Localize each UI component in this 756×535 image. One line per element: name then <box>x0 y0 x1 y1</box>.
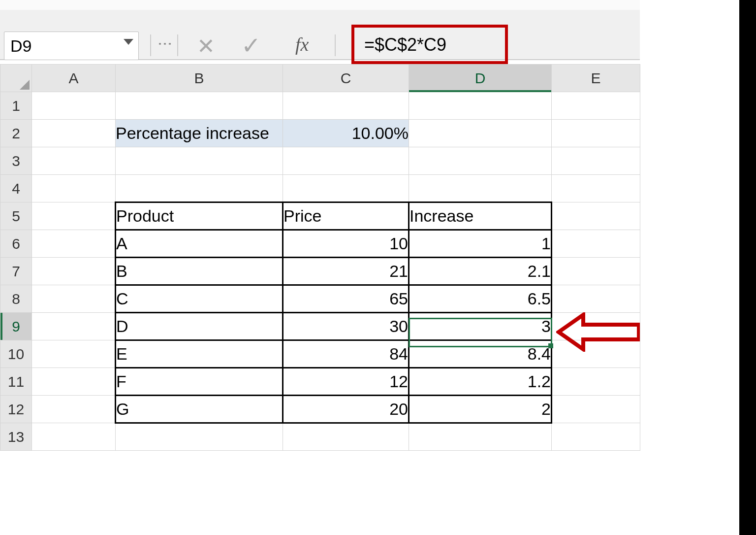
cell-D4[interactable] <box>409 175 552 202</box>
cell-A11[interactable] <box>32 368 116 396</box>
cell-C12[interactable]: 20 <box>283 396 409 423</box>
cell-A13[interactable] <box>32 423 116 451</box>
cell-B8[interactable]: C <box>116 285 283 313</box>
cell-B4[interactable] <box>116 175 283 202</box>
selection-indicator <box>0 313 2 340</box>
divider <box>177 34 178 56</box>
row-header-5[interactable]: 5 <box>0 202 32 230</box>
cell-E13[interactable] <box>552 423 640 451</box>
cell-D6[interactable]: 1 <box>409 230 552 258</box>
cell-C10[interactable]: 84 <box>283 340 409 368</box>
row-header-6[interactable]: 6 <box>0 230 32 258</box>
image-right-border <box>739 0 756 535</box>
name-box[interactable]: D9 <box>4 32 139 60</box>
cell-D10[interactable]: 8.4 <box>409 340 552 368</box>
col-header-label: D <box>475 70 486 86</box>
cell-B6[interactable]: A <box>116 230 283 258</box>
cell-D11[interactable]: 1.2 <box>409 368 552 396</box>
cell-A12[interactable] <box>32 396 116 423</box>
cell-E3[interactable] <box>552 147 640 175</box>
selection-indicator <box>409 90 551 92</box>
cell-D3[interactable] <box>409 147 552 175</box>
cell-C2[interactable]: 10.00% <box>283 120 409 147</box>
cell-D7[interactable]: 2.1 <box>409 258 552 285</box>
row-header-4[interactable]: 4 <box>0 175 32 202</box>
cell-B12[interactable]: G <box>116 396 283 423</box>
cell-E5[interactable] <box>552 202 640 230</box>
cell-A1[interactable] <box>32 92 116 120</box>
row-header-11[interactable]: 11 <box>0 368 32 396</box>
row-header-7[interactable]: 7 <box>0 258 32 285</box>
cell-E4[interactable] <box>552 175 640 202</box>
col-header-E[interactable]: E <box>552 65 640 92</box>
cell-A10[interactable] <box>32 340 116 368</box>
cell-D5[interactable]: Increase <box>409 202 552 230</box>
cell-B2[interactable]: Percentage increase <box>116 120 283 147</box>
row-header-10[interactable]: 10 <box>0 340 32 368</box>
drag-handle-icon[interactable]: ⋮ <box>157 36 174 52</box>
cell-A2[interactable] <box>32 120 116 147</box>
cell-D1[interactable] <box>409 92 552 120</box>
cell-B10[interactable]: E <box>116 340 283 368</box>
select-all-corner[interactable] <box>0 65 32 92</box>
enter-icon[interactable]: ✓ <box>241 32 261 59</box>
annotation-arrow-icon <box>556 312 640 352</box>
cell-A9[interactable] <box>32 313 116 340</box>
row-header-8[interactable]: 8 <box>0 285 32 313</box>
cell-A4[interactable] <box>32 175 116 202</box>
cell-B1[interactable] <box>116 92 283 120</box>
cell-E6[interactable] <box>552 230 640 258</box>
cell-C7[interactable]: 21 <box>283 258 409 285</box>
row-header-12[interactable]: 12 <box>0 396 32 423</box>
cell-E12[interactable] <box>552 396 640 423</box>
cell-B7[interactable]: B <box>116 258 283 285</box>
cell-C5[interactable]: Price <box>283 202 409 230</box>
cell-B3[interactable] <box>116 147 283 175</box>
col-header-D[interactable]: D <box>409 65 552 92</box>
cell-B9[interactable]: D <box>116 313 283 340</box>
row-header-3[interactable]: 3 <box>0 147 32 175</box>
cell-D13[interactable] <box>409 423 552 451</box>
cancel-icon[interactable]: ✕ <box>197 33 215 59</box>
col-header-B[interactable]: B <box>116 65 283 92</box>
cell-B11[interactable]: F <box>116 368 283 396</box>
cell-E8[interactable] <box>552 285 640 313</box>
cell-C9[interactable]: 30 <box>283 313 409 340</box>
cell-D9[interactable]: 3 <box>409 313 552 340</box>
cell-A6[interactable] <box>32 230 116 258</box>
cell-D12[interactable]: 2 <box>409 396 552 423</box>
col-header-C[interactable]: C <box>283 65 409 92</box>
cell-C8[interactable]: 65 <box>283 285 409 313</box>
cell-A7[interactable] <box>32 258 116 285</box>
cell-E1[interactable] <box>552 92 640 120</box>
spreadsheet-grid[interactable]: A B C D E 1 2 Percentage increase 10.00%… <box>0 64 640 451</box>
fx-icon[interactable]: fx <box>295 33 309 55</box>
cell-D2[interactable] <box>409 120 552 147</box>
cell-E11[interactable] <box>552 368 640 396</box>
cell-C4[interactable] <box>283 175 409 202</box>
cell-A3[interactable] <box>32 147 116 175</box>
cell-D8[interactable]: 6.5 <box>409 285 552 313</box>
cell-C11[interactable]: 12 <box>283 368 409 396</box>
cell-B5[interactable]: Product <box>116 202 283 230</box>
cell-C1[interactable] <box>283 92 409 120</box>
row-header-13[interactable]: 13 <box>0 423 32 451</box>
cell-B13[interactable] <box>116 423 283 451</box>
col-header-A[interactable]: A <box>32 65 116 92</box>
cell-C13[interactable] <box>283 423 409 451</box>
row-header-2[interactable]: 2 <box>0 120 32 147</box>
cell-E2[interactable] <box>552 120 640 147</box>
formula-bar: D9 ⋮ ✕ ✓ fx =$C$2*C9 <box>0 10 640 60</box>
chevron-down-icon[interactable] <box>124 39 133 45</box>
cell-E7[interactable] <box>552 258 640 285</box>
cell-C6[interactable]: 10 <box>283 230 409 258</box>
cell-A5[interactable] <box>32 202 116 230</box>
annotation-rectangle <box>351 25 508 64</box>
divider <box>150 34 151 56</box>
cell-C3[interactable] <box>283 147 409 175</box>
row-header-1[interactable]: 1 <box>0 92 32 120</box>
row-header-label: 9 <box>12 318 20 334</box>
row-header-9[interactable]: 9 <box>0 313 32 340</box>
window-top-strip <box>0 0 640 10</box>
cell-A8[interactable] <box>32 285 116 313</box>
